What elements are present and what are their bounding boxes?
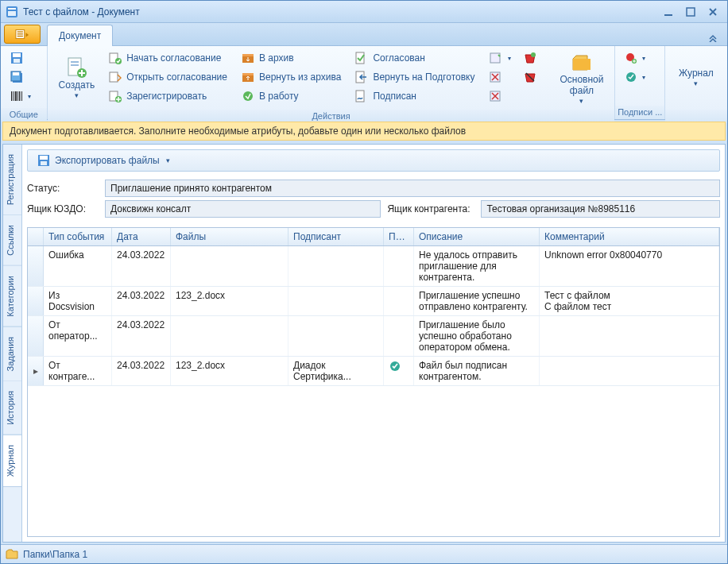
maximize-button[interactable]	[681, 5, 700, 19]
main-file-button[interactable]: Основной файл ▾	[553, 49, 610, 106]
table-row[interactable]: ▸От контраге...24.03.2022123_2.docxДиадо…	[28, 357, 719, 386]
save-copy-button[interactable]	[6, 68, 36, 86]
action-ext3-button[interactable]	[484, 87, 516, 105]
svg-rect-3	[664, 14, 672, 16]
cell	[171, 316, 288, 356]
cell-comment	[540, 357, 719, 385]
header-desc[interactable]: Описание	[414, 228, 540, 245]
header-comment[interactable]: Комментарий	[540, 228, 719, 245]
side-tab-journal[interactable]: Журнал	[3, 435, 21, 487]
register-label: Зарегистрировать	[126, 91, 207, 102]
action-ext1-button[interactable]: ▾	[484, 49, 516, 67]
close-button[interactable]	[703, 5, 722, 19]
grid-header: Тип события Дата Файлы Подписант Про... …	[28, 228, 719, 246]
status-field[interactable]: Приглашение принято контрагентом	[105, 180, 720, 197]
from-archive-label: Вернуть из архива	[259, 71, 341, 83]
to-archive-button[interactable]: В архив	[237, 49, 346, 67]
tab-document[interactable]: Документ	[47, 25, 113, 46]
window-title: Тест с файлом - Документ	[23, 6, 656, 17]
tab-document-label: Документ	[59, 30, 101, 41]
chevron-down-icon: ▾	[579, 97, 583, 105]
cell: 24.03.2022	[112, 357, 171, 385]
return-prepare-button[interactable]: Вернуть на Подготовку	[350, 68, 479, 86]
table-row[interactable]: Ошибка24.03.2022Не удалось отправить при…	[28, 246, 719, 287]
cell-pro	[384, 287, 414, 315]
start-approval-icon	[109, 52, 122, 64]
svg-rect-48	[41, 161, 47, 165]
export-files-label: Экспортировать файлы	[55, 155, 160, 166]
svg-rect-20	[21, 91, 22, 101]
start-approval-button[interactable]: Начать согласование	[104, 49, 232, 67]
return-prepare-icon	[355, 71, 368, 83]
file-menu-button[interactable]	[4, 25, 41, 44]
header-files[interactable]: Файлы	[171, 228, 288, 245]
to-work-button[interactable]: В работу	[237, 87, 346, 105]
header-type[interactable]: Тип события	[44, 228, 112, 245]
barcode-button[interactable]: ▾	[6, 87, 36, 105]
action-ext4-button[interactable]	[519, 49, 546, 67]
chevron-down-icon: ▾	[75, 91, 79, 99]
svg-rect-42	[573, 59, 591, 70]
header-date[interactable]: Дата	[112, 228, 171, 245]
export-files-button[interactable]: Экспортировать файлы ▾	[33, 153, 175, 168]
approved-button[interactable]: Согласован	[350, 49, 479, 67]
signed-label: Подписан	[373, 91, 416, 102]
main-area: Регистрация Ссылки Категории Задания Ист…	[2, 144, 726, 543]
from-archive-button[interactable]: Вернуть из архива	[237, 68, 346, 86]
side-tab-registration[interactable]: Регистрация	[3, 145, 21, 215]
ribbon-group-common: ▾ Общие	[1, 46, 48, 119]
export-files-icon	[37, 154, 50, 167]
box-field[interactable]: Доксвижн консалт	[105, 200, 381, 218]
action-ext5-button[interactable]	[519, 68, 546, 86]
svg-rect-22	[71, 61, 79, 63]
ribbon-collapse-button[interactable]	[705, 31, 721, 45]
folder-icon	[6, 548, 18, 561]
ribbon-group-signatures: ▾ ▾ Подписи ...	[615, 46, 664, 119]
minimize-button[interactable]	[659, 5, 678, 19]
ribbon-group-signatures-label[interactable]: Подписи ...	[615, 106, 664, 119]
svg-point-34	[243, 91, 253, 101]
start-approval-label: Начать согласование	[126, 52, 221, 64]
open-approval-button[interactable]: Открыть согласование	[104, 68, 232, 86]
svg-rect-17	[15, 91, 17, 101]
events-grid: Тип события Дата Файлы Подписант Про... …	[27, 227, 720, 537]
box-label: Ящик ЮЗДО:	[27, 203, 105, 214]
action-ext3-icon	[489, 90, 501, 102]
chevron-down-icon: ▾	[166, 156, 170, 164]
row-selector-header	[28, 228, 44, 245]
to-work-label: В работу	[259, 91, 299, 102]
journal-button[interactable]: Журнал ▾	[672, 49, 720, 106]
open-approval-icon	[109, 71, 122, 83]
action-ext2-button[interactable]	[484, 68, 516, 86]
svg-rect-6	[17, 31, 23, 32]
register-button[interactable]: Зарегистрировать	[104, 87, 232, 105]
cell: 24.03.2022	[112, 316, 171, 356]
svg-rect-16	[14, 91, 14, 101]
signed-button[interactable]: Подписан	[350, 87, 479, 105]
counter-box-field[interactable]: Тестовая организация №8985116	[481, 200, 720, 218]
side-tab-history[interactable]: История	[3, 381, 21, 435]
table-row[interactable]: Из Docsvision24.03.2022123_2.docxПриглаш…	[28, 287, 719, 316]
main-file-label: Основной файл	[560, 75, 603, 97]
row-marker: ▸	[28, 357, 44, 385]
to-archive-icon	[242, 52, 254, 64]
table-row[interactable]: От оператор...24.03.2022Приглашение было…	[28, 316, 719, 357]
sign-check-button[interactable]: ▾	[620, 68, 650, 86]
save-button[interactable]	[6, 49, 36, 67]
signature-ok-icon	[389, 360, 401, 373]
side-tab-tasks[interactable]: Задания	[3, 327, 21, 381]
action-ext4-icon	[524, 52, 536, 64]
header-pro[interactable]: Про...	[384, 228, 414, 245]
sign-add-button[interactable]: ▾	[620, 49, 650, 67]
info-bar: Документ подготавливается. Заполните нео…	[2, 122, 726, 141]
cell-desc: Файл был подписан контрагентом.	[414, 357, 540, 385]
svg-rect-33	[242, 73, 254, 75]
side-tab-links[interactable]: Ссылки	[3, 215, 21, 266]
counter-box-label: Ящик контрагента:	[387, 203, 481, 214]
cell: 123_2.docx	[171, 357, 288, 385]
cell-pro	[384, 357, 414, 385]
create-button[interactable]: Создать ▾	[52, 49, 102, 106]
action-ext5-icon	[524, 71, 536, 83]
side-tab-categories[interactable]: Категории	[3, 266, 21, 327]
header-signer[interactable]: Подписант	[288, 228, 384, 245]
